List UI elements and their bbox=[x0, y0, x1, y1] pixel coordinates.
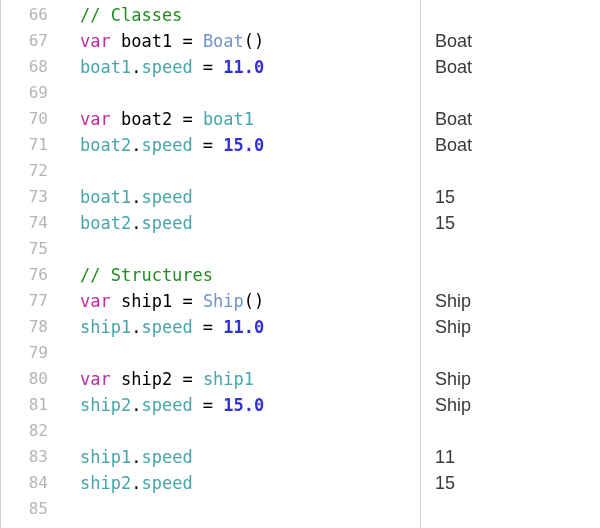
code-token: = bbox=[193, 57, 224, 77]
code-line[interactable]: ship2.speed = 15.0 bbox=[80, 392, 420, 418]
line-number: 71 bbox=[1, 132, 58, 158]
line-number: 66 bbox=[1, 2, 58, 28]
code-token: boat2 bbox=[121, 109, 172, 129]
code-token: 11.0 bbox=[223, 317, 264, 337]
code-token: Boat bbox=[203, 31, 244, 51]
code-token: speed bbox=[141, 213, 192, 233]
line-number: 72 bbox=[1, 158, 58, 184]
playground-results-sidebar: BoatBoatBoatBoat1515ShipShipShipShip1115 bbox=[420, 0, 600, 528]
code-token: Ship bbox=[203, 291, 244, 311]
code-line[interactable]: var boat1 = Boat() bbox=[80, 28, 420, 54]
code-token: = bbox=[193, 395, 224, 415]
code-token: . bbox=[131, 395, 141, 415]
result-value bbox=[435, 80, 600, 106]
code-token: speed bbox=[141, 57, 192, 77]
code-token: var bbox=[80, 109, 111, 129]
code-token: ship1 bbox=[80, 317, 131, 337]
code-token: speed bbox=[141, 187, 192, 207]
code-token: boat2 bbox=[80, 135, 131, 155]
code-token: . bbox=[131, 473, 141, 493]
result-value bbox=[435, 496, 600, 522]
result-value: Ship bbox=[435, 288, 600, 314]
code-token: = bbox=[172, 109, 203, 129]
code-token: speed bbox=[141, 447, 192, 467]
line-number: 75 bbox=[1, 236, 58, 262]
code-token: // Structures bbox=[80, 265, 213, 285]
result-value bbox=[435, 158, 600, 184]
code-token: . bbox=[131, 57, 141, 77]
result-value: Boat bbox=[435, 132, 600, 158]
line-number: 77 bbox=[1, 288, 58, 314]
code-token: boat1 bbox=[203, 109, 254, 129]
code-token: ship2 bbox=[121, 369, 172, 389]
code-line[interactable] bbox=[80, 418, 420, 444]
code-token bbox=[111, 291, 121, 311]
code-token: boat1 bbox=[121, 31, 172, 51]
line-number: 81 bbox=[1, 392, 58, 418]
code-line[interactable]: // Classes bbox=[80, 2, 420, 28]
result-value bbox=[435, 262, 600, 288]
code-editor[interactable]: // Classesvar boat1 = Boat()boat1.speed … bbox=[58, 0, 420, 528]
result-value: Ship bbox=[435, 392, 600, 418]
code-token: var bbox=[80, 31, 111, 51]
code-line[interactable] bbox=[80, 80, 420, 106]
code-token: var bbox=[80, 369, 111, 389]
code-token: ship1 bbox=[203, 369, 254, 389]
line-number: 73 bbox=[1, 184, 58, 210]
code-token: . bbox=[131, 317, 141, 337]
code-token: 15.0 bbox=[223, 135, 264, 155]
code-token: () bbox=[244, 291, 264, 311]
code-line[interactable]: var boat2 = boat1 bbox=[80, 106, 420, 132]
code-token: . bbox=[131, 187, 141, 207]
code-line[interactable]: ship2.speed bbox=[80, 470, 420, 496]
code-token: ship2 bbox=[80, 473, 131, 493]
line-number: 83 bbox=[1, 444, 58, 470]
line-number: 76 bbox=[1, 262, 58, 288]
code-line[interactable]: boat2.speed bbox=[80, 210, 420, 236]
code-token: speed bbox=[141, 317, 192, 337]
line-number: 67 bbox=[1, 28, 58, 54]
code-token: // Classes bbox=[80, 5, 182, 25]
line-number: 79 bbox=[1, 340, 58, 366]
code-token: = bbox=[172, 369, 203, 389]
line-number: 80 bbox=[1, 366, 58, 392]
result-value bbox=[435, 418, 600, 444]
code-line[interactable]: var ship1 = Ship() bbox=[80, 288, 420, 314]
result-value bbox=[435, 340, 600, 366]
code-line[interactable]: boat2.speed = 15.0 bbox=[80, 132, 420, 158]
code-line[interactable]: var ship2 = ship1 bbox=[80, 366, 420, 392]
result-value: Ship bbox=[435, 314, 600, 340]
line-number: 69 bbox=[1, 80, 58, 106]
code-token: = bbox=[193, 317, 224, 337]
code-token: 11.0 bbox=[223, 57, 264, 77]
code-line[interactable] bbox=[80, 158, 420, 184]
code-token: boat1 bbox=[80, 187, 131, 207]
code-line[interactable] bbox=[80, 496, 420, 522]
code-token: ship2 bbox=[80, 395, 131, 415]
code-token: = bbox=[172, 291, 203, 311]
code-line[interactable] bbox=[80, 340, 420, 366]
code-token bbox=[111, 31, 121, 51]
code-line[interactable]: boat1.speed = 11.0 bbox=[80, 54, 420, 80]
code-token bbox=[111, 369, 121, 389]
result-value: Boat bbox=[435, 28, 600, 54]
code-line[interactable] bbox=[80, 236, 420, 262]
code-line[interactable]: ship1.speed bbox=[80, 444, 420, 470]
line-number: 74 bbox=[1, 210, 58, 236]
code-line[interactable]: // Structures bbox=[80, 262, 420, 288]
result-value: 11 bbox=[435, 444, 600, 470]
code-token: var bbox=[80, 291, 111, 311]
code-token: = bbox=[172, 31, 203, 51]
result-value: 15 bbox=[435, 470, 600, 496]
result-value: Boat bbox=[435, 54, 600, 80]
code-line[interactable]: ship1.speed = 11.0 bbox=[80, 314, 420, 340]
line-number: 70 bbox=[1, 106, 58, 132]
code-token: ship1 bbox=[121, 291, 172, 311]
code-token: speed bbox=[141, 135, 192, 155]
result-value bbox=[435, 236, 600, 262]
code-token: . bbox=[131, 447, 141, 467]
line-number: 85 bbox=[1, 496, 58, 522]
code-token: () bbox=[244, 31, 264, 51]
code-line[interactable]: boat1.speed bbox=[80, 184, 420, 210]
code-token: boat1 bbox=[80, 57, 131, 77]
